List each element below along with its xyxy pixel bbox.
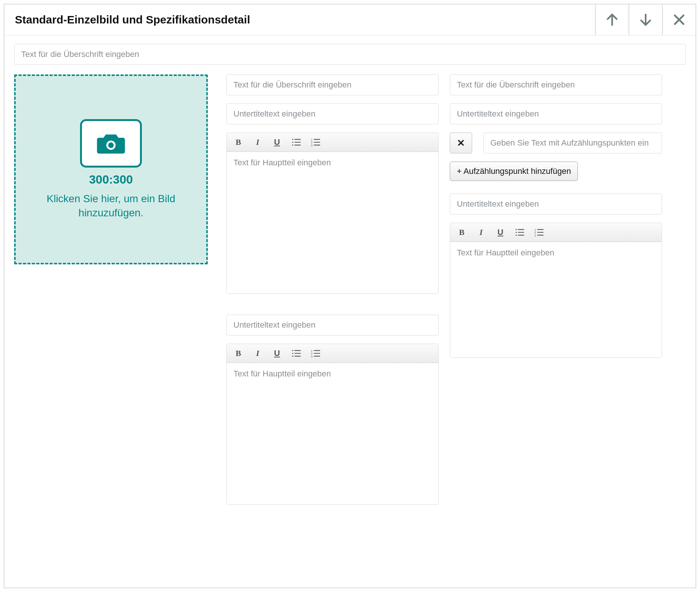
right-subtitle1-input[interactable]	[450, 104, 662, 124]
ordered-list-icon: 123	[311, 138, 321, 146]
right-subtitle2-input[interactable]	[450, 194, 662, 214]
svg-point-22	[292, 356, 293, 357]
columns: 300:300 Klicken Sie hier, um ein Bild hi…	[14, 74, 686, 505]
svg-point-34	[516, 235, 517, 236]
svg-text:3: 3	[311, 355, 312, 357]
svg-point-6	[292, 139, 293, 140]
bold-button[interactable]: B	[232, 347, 245, 360]
unordered-list-button[interactable]	[513, 226, 526, 239]
unordered-list-button[interactable]	[290, 347, 303, 360]
svg-point-20	[292, 353, 293, 354]
bold-button[interactable]: B	[232, 136, 245, 149]
bullet-row: ✕	[450, 133, 662, 153]
dropzone-text: Klicken Sie hier, um ein Bild hinzuzufüg…	[16, 192, 206, 220]
close-icon	[672, 12, 687, 27]
underline-button[interactable]: U	[271, 347, 283, 360]
rte-toolbar: B I U 123	[450, 223, 662, 242]
svg-point-30	[516, 229, 517, 230]
unordered-list-icon	[292, 349, 301, 357]
mid-body1-textarea[interactable]: Text für Hauptteil eingeben	[227, 152, 438, 293]
unordered-list-icon	[515, 228, 525, 236]
svg-point-32	[516, 232, 517, 233]
add-bullet-button[interactable]: + Aufzählungspunkt hinzufügen	[450, 162, 578, 181]
underline-button[interactable]: U	[271, 136, 283, 149]
middle-column: B I U 123 Text für Hauptteil eingeben	[226, 74, 439, 505]
right-heading-input[interactable]	[450, 74, 662, 95]
svg-point-8	[292, 141, 293, 143]
camera-icon-box	[80, 119, 142, 168]
unordered-list-icon	[292, 138, 301, 146]
svg-point-10	[292, 144, 293, 146]
mid-body1-editor: B I U 123 Text für Hauptteil eingeben	[226, 133, 439, 294]
arrow-down-icon	[638, 12, 653, 28]
italic-button[interactable]: I	[251, 347, 264, 360]
panel-title: Standard-Einzelbild und Spezifikationsde…	[4, 4, 595, 35]
underline-button[interactable]: U	[494, 226, 507, 239]
italic-button[interactable]: I	[251, 136, 264, 149]
mid-body2-editor: B I U 123 Text für Hauptteil eingeben	[226, 344, 439, 505]
italic-button[interactable]: I	[475, 226, 487, 239]
image-column: 300:300 Klicken Sie hier, um ein Bild hi…	[14, 74, 215, 505]
move-up-button[interactable]	[595, 4, 629, 35]
mid-heading-input[interactable]	[226, 74, 439, 95]
unordered-list-button[interactable]	[290, 136, 303, 149]
mid-subtitle2-input[interactable]	[226, 315, 439, 335]
mid-subtitle1-input[interactable]	[226, 104, 439, 124]
image-dropzone[interactable]: 300:300 Klicken Sie hier, um ein Bild hi…	[14, 74, 208, 264]
camera-icon	[96, 132, 126, 155]
panel-body: 300:300 Klicken Sie hier, um ein Bild hi…	[4, 35, 696, 588]
move-down-button[interactable]	[629, 4, 662, 35]
arrow-up-icon	[604, 12, 620, 28]
ordered-list-button[interactable]: 123	[533, 226, 545, 239]
image-ratio-label: 300:300	[89, 173, 133, 187]
rte-toolbar: B I U 123	[227, 344, 438, 363]
right-body-editor: B I U 123 Text für Hauptteil eingeben	[450, 223, 662, 358]
ordered-list-icon: 123	[534, 228, 544, 236]
right-column: ✕ + Aufzählungspunkt hinzufügen B I U	[450, 74, 662, 505]
remove-bullet-button[interactable]: ✕	[450, 133, 472, 153]
remove-module-button[interactable]	[662, 4, 696, 35]
module-panel: Standard-Einzelbild und Spezifikationsde…	[4, 4, 696, 588]
ordered-list-button[interactable]: 123	[309, 136, 322, 149]
bold-button[interactable]: B	[455, 226, 468, 239]
svg-point-5	[108, 142, 114, 148]
panel-header: Standard-Einzelbild und Spezifikationsde…	[4, 4, 696, 36]
main-heading-input[interactable]	[14, 44, 686, 65]
svg-text:3: 3	[534, 234, 536, 236]
ordered-list-icon: 123	[311, 349, 321, 357]
bullet-text-input[interactable]	[483, 133, 662, 153]
rte-toolbar: B I U 123	[227, 133, 438, 152]
svg-point-18	[292, 350, 293, 351]
svg-text:3: 3	[311, 144, 312, 146]
ordered-list-button[interactable]: 123	[309, 347, 322, 360]
right-body-textarea[interactable]: Text für Hauptteil eingeben	[450, 242, 662, 357]
mid-body2-textarea[interactable]: Text für Hauptteil eingeben	[227, 363, 438, 505]
